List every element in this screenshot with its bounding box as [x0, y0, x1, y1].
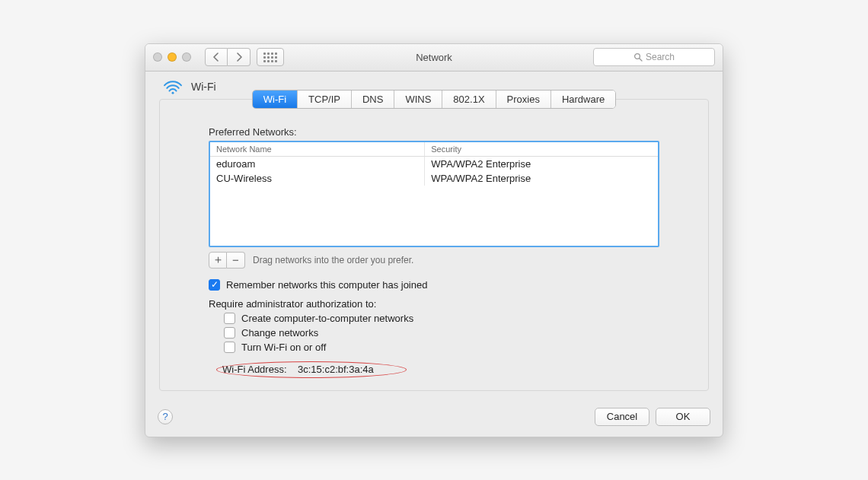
- show-all-button[interactable]: [257, 48, 284, 66]
- minus-icon: −: [232, 253, 239, 266]
- cell-network-name: CU-Wireless: [210, 171, 425, 186]
- minimize-window-button[interactable]: [168, 52, 177, 62]
- back-button[interactable]: [205, 48, 228, 66]
- tabs: Wi-Fi TCP/IP DNS WINS 802.1X Proxies Har…: [160, 99, 708, 109]
- network-advanced-window: Network Search Wi-Fi Wi-Fi TCP/IP DNS: [145, 43, 723, 437]
- wifi-address-value: 3c:15:c2:bf:3a:4a: [298, 364, 374, 375]
- tab-hardware[interactable]: Hardware: [551, 91, 615, 108]
- remember-networks-checkbox[interactable]: [209, 279, 220, 291]
- svg-point-0: [635, 54, 640, 59]
- admin-create-checkbox[interactable]: [224, 313, 235, 324]
- remember-networks-label: Remember networks this computer has join…: [226, 279, 427, 291]
- preferred-networks-label: Preferred Networks:: [209, 126, 659, 138]
- admin-change-label: Change networks: [241, 327, 318, 339]
- cell-security: WPA/WPA2 Enterprise: [425, 157, 658, 171]
- grid-icon: [263, 52, 277, 62]
- tab-proxies[interactable]: Proxies: [496, 91, 551, 108]
- service-name: Wi-Fi: [191, 81, 216, 93]
- column-security[interactable]: Security: [425, 142, 658, 156]
- svg-line-1: [640, 59, 642, 61]
- tab-8021x[interactable]: 802.1X: [442, 91, 496, 108]
- cancel-button[interactable]: Cancel: [595, 408, 649, 426]
- close-window-button[interactable]: [153, 52, 162, 62]
- admin-toggle-checkbox[interactable]: [224, 342, 235, 353]
- table-row[interactable]: eduroam WPA/WPA2 Enterprise: [210, 157, 658, 171]
- tab-dns[interactable]: DNS: [352, 91, 394, 108]
- svg-point-2: [172, 91, 174, 94]
- wifi-icon: [162, 79, 183, 94]
- remove-network-button[interactable]: −: [227, 252, 245, 269]
- preferred-networks-table[interactable]: Network Name Security eduroam WPA/WPA2 E…: [209, 141, 659, 247]
- add-network-button[interactable]: ＋: [209, 252, 227, 269]
- search-placeholder: Search: [646, 52, 675, 62]
- footer: ? Cancel OK: [145, 402, 723, 437]
- search-icon: [633, 52, 643, 62]
- tab-tcpip[interactable]: TCP/IP: [298, 91, 352, 108]
- chevron-left-icon: [212, 52, 220, 62]
- nav-back-forward: [205, 48, 251, 66]
- column-network-name[interactable]: Network Name: [210, 142, 425, 156]
- plus-icon: ＋: [212, 253, 224, 267]
- tab-wifi[interactable]: Wi-Fi: [253, 91, 298, 108]
- admin-create-label: Create computer-to-computer networks: [241, 313, 413, 324]
- cell-network-name: eduroam: [210, 157, 425, 171]
- wifi-address-row: Wi-Fi Address: 3c:15:c2:bf:3a:4a: [222, 364, 374, 375]
- reorder-hint: Drag networks into the order you prefer.: [253, 255, 413, 265]
- search-field[interactable]: Search: [593, 48, 715, 66]
- zoom-window-button[interactable]: [182, 52, 191, 62]
- admin-change-checkbox[interactable]: [224, 327, 235, 339]
- window-controls: [153, 52, 191, 62]
- tab-wins[interactable]: WINS: [394, 91, 442, 108]
- help-icon: ?: [162, 411, 168, 422]
- titlebar: Network Search: [145, 44, 723, 72]
- content-card: Wi-Fi TCP/IP DNS WINS 802.1X Proxies Har…: [159, 99, 709, 391]
- admin-toggle-label: Turn Wi-Fi on or off: [241, 342, 326, 353]
- chevron-right-icon: [235, 52, 243, 62]
- ok-button[interactable]: OK: [656, 408, 710, 426]
- cell-security: WPA/WPA2 Enterprise: [425, 171, 658, 186]
- table-row[interactable]: CU-Wireless WPA/WPA2 Enterprise: [210, 171, 658, 186]
- window-title: Network: [416, 52, 452, 63]
- help-button[interactable]: ?: [158, 409, 173, 424]
- wifi-address-label: Wi-Fi Address:: [222, 364, 287, 375]
- admin-auth-label: Require administrator authorization to:: [209, 298, 659, 310]
- forward-button[interactable]: [228, 48, 251, 66]
